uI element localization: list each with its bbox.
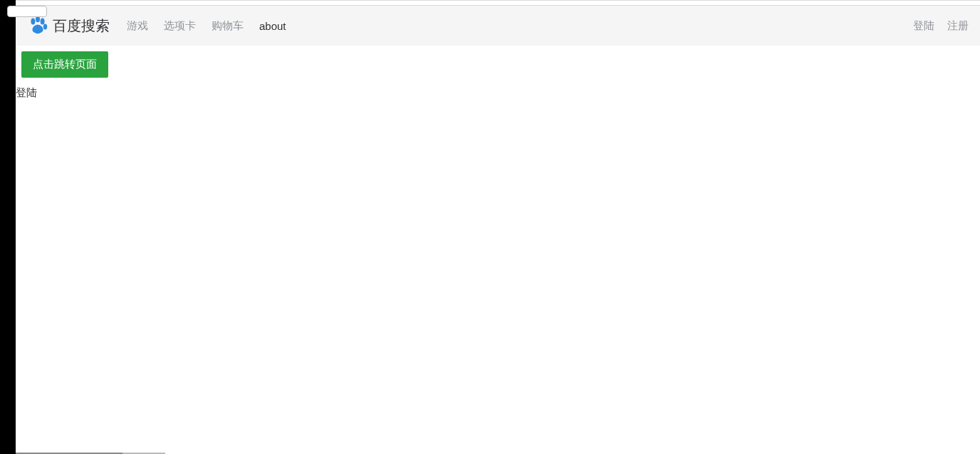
- svg-point-1: [36, 16, 40, 22]
- nav-item-cart[interactable]: 购物车: [212, 19, 244, 33]
- brand-title: 百度搜索: [53, 16, 110, 36]
- svg-point-3: [43, 24, 47, 30]
- nav-right: 登陆 注册: [900, 19, 969, 33]
- jump-page-button[interactable]: 点击跳转页面: [21, 51, 108, 78]
- bottom-border: [16, 451, 980, 454]
- svg-point-0: [31, 19, 35, 25]
- content-area: 百度搜索 游戏 选项卡 购物车 about 登陆 注册 点击跳转页面 登陆: [16, 6, 980, 454]
- nav-register[interactable]: 注册: [947, 19, 969, 33]
- nav-item-tabs[interactable]: 选项卡: [164, 19, 196, 33]
- top-divider: [16, 0, 980, 6]
- login-text: 登陆: [16, 86, 980, 100]
- nav-item-about[interactable]: about: [259, 20, 286, 32]
- small-badge: [7, 6, 47, 17]
- navbar: 百度搜索 游戏 选项卡 购物车 about 登陆 注册: [16, 6, 980, 46]
- svg-point-2: [41, 19, 45, 25]
- left-sidebar-strip: [0, 0, 16, 454]
- nav-login[interactable]: 登陆: [913, 19, 934, 33]
- brand[interactable]: 百度搜索: [27, 15, 110, 36]
- baidu-paw-icon: [27, 15, 48, 36]
- nav-item-games[interactable]: 游戏: [127, 19, 148, 33]
- nav-items: 游戏 选项卡 购物车 about: [127, 19, 900, 33]
